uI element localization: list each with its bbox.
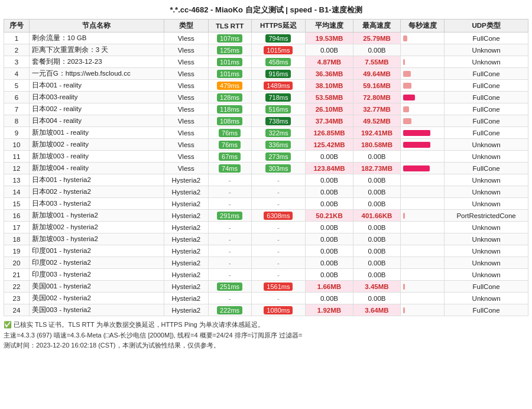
cell-udp-type: Unknown bbox=[445, 269, 528, 281]
cell-speed-bar bbox=[401, 103, 445, 115]
cell-tls-rtt: - bbox=[208, 257, 251, 269]
cell-speed-bar bbox=[401, 257, 445, 269]
cell-id: 2 bbox=[4, 44, 30, 56]
cell-max-speed: 0.00B bbox=[353, 269, 400, 281]
cell-tls-rtt: 222ms bbox=[208, 304, 251, 316]
cell-udp-type: Unknown bbox=[445, 139, 528, 151]
cell-name: 新加坡002 - reality bbox=[29, 139, 164, 151]
cell-avg-speed: 0.00B bbox=[306, 269, 353, 281]
col-max-speed: 最高速度 bbox=[353, 20, 400, 33]
cell-avg-speed: 0.00B bbox=[306, 151, 353, 163]
cell-type: Hysteria2 bbox=[164, 233, 208, 245]
cell-udp-type: FullCone bbox=[445, 163, 528, 174]
table-row: 18新加坡003 - hysteria2Hysteria2--0.00B0.00… bbox=[4, 233, 528, 245]
cell-name: 印度001 - hysteria2 bbox=[29, 245, 164, 257]
cell-speed-bar bbox=[401, 222, 445, 233]
cell-type: Hysteria2 bbox=[164, 198, 208, 210]
cell-speed-bar bbox=[401, 56, 445, 68]
cell-id: 9 bbox=[4, 127, 30, 139]
footer-line3: 测试时间：2023-12-20 16:02:18 (CST)，本测试为试验性结果… bbox=[4, 340, 528, 351]
cell-id: 1 bbox=[4, 33, 30, 44]
cell-avg-speed: 0.00B bbox=[306, 245, 353, 257]
cell-id: 13 bbox=[4, 174, 30, 186]
cell-udp-type: Unknown bbox=[445, 174, 528, 186]
table-row: 15日本003 - hysteria2Hysteria2--0.00B0.00B… bbox=[4, 198, 528, 210]
cell-avg-speed: 19.53MB bbox=[306, 33, 353, 44]
cell-type: Hysteria2 bbox=[164, 257, 208, 269]
cell-speed-bar bbox=[401, 80, 445, 92]
table-row: 21印度003 - hysteria2Hysteria2--0.00B0.00B… bbox=[4, 269, 528, 281]
cell-https-delay: - bbox=[251, 222, 306, 233]
cell-udp-type: FullCone bbox=[445, 33, 528, 44]
cell-tls-rtt: 74ms bbox=[208, 163, 251, 174]
table-row: 4一元百G：https://web.fscloud.ccVless101ms91… bbox=[4, 68, 528, 80]
cell-tls-rtt: - bbox=[208, 174, 251, 186]
cell-avg-speed: 26.10MB bbox=[306, 103, 353, 115]
cell-type: Hysteria2 bbox=[164, 222, 208, 233]
cell-id: 10 bbox=[4, 139, 30, 151]
cell-id: 5 bbox=[4, 80, 30, 92]
cell-https-delay: 1080ms bbox=[251, 304, 306, 316]
cell-id: 21 bbox=[4, 269, 30, 281]
cell-udp-type: FullCone bbox=[445, 127, 528, 139]
cell-name: 日本003-reality bbox=[29, 92, 164, 103]
cell-speed-bar bbox=[401, 198, 445, 210]
cell-name: 美国003 - hysteria2 bbox=[29, 304, 164, 316]
cell-name: 剩余流量：10 GB bbox=[29, 33, 164, 44]
cell-tls-rtt: 101ms bbox=[208, 56, 251, 68]
cell-id: 18 bbox=[4, 233, 30, 245]
cell-max-speed: 0.00B bbox=[353, 293, 400, 304]
cell-id: 3 bbox=[4, 56, 30, 68]
cell-speed-bar bbox=[401, 151, 445, 163]
cell-avg-speed: 37.34MB bbox=[306, 115, 353, 127]
cell-type: Vless bbox=[164, 163, 208, 174]
table-row: 12新加坡004 - realityVless74ms303ms123.84MB… bbox=[4, 163, 528, 174]
cell-avg-speed: 0.00B bbox=[306, 293, 353, 304]
cell-max-speed: 32.77MB bbox=[353, 103, 400, 115]
cell-speed-bar bbox=[401, 115, 445, 127]
cell-avg-speed: 50.21KB bbox=[306, 210, 353, 222]
cell-tls-rtt: - bbox=[208, 222, 251, 233]
cell-udp-type: Unknown bbox=[445, 257, 528, 269]
cell-type: Hysteria2 bbox=[164, 304, 208, 316]
table-row: 14日本002 - hysteria2Hysteria2--0.00B0.00B… bbox=[4, 186, 528, 198]
cell-tls-rtt: - bbox=[208, 245, 251, 257]
cell-id: 11 bbox=[4, 151, 30, 163]
cell-https-delay: - bbox=[251, 186, 306, 198]
cell-max-speed: 0.00B bbox=[353, 233, 400, 245]
cell-max-speed: 25.79MB bbox=[353, 33, 400, 44]
cell-id: 6 bbox=[4, 92, 30, 103]
cell-https-delay: 1015ms bbox=[251, 44, 306, 56]
cell-avg-speed: 53.58MB bbox=[306, 92, 353, 103]
col-type: 类型 bbox=[164, 20, 208, 33]
cell-type: Vless bbox=[164, 92, 208, 103]
cell-type: Vless bbox=[164, 56, 208, 68]
cell-tls-rtt: 76ms bbox=[208, 139, 251, 151]
cell-name: 新加坡001 - hysteria2 bbox=[29, 210, 164, 222]
cell-type: Vless bbox=[164, 127, 208, 139]
cell-udp-type: Unknown bbox=[445, 245, 528, 257]
results-table: 序号 节点名称 类型 TLS RTT HTTPS延迟 平均速度 最高速度 每秒速… bbox=[4, 19, 528, 316]
cell-name: 距离下次重置剩余：3 天 bbox=[29, 44, 164, 56]
cell-avg-speed: 0.00B bbox=[306, 233, 353, 245]
cell-name: 印度002 - hysteria2 bbox=[29, 257, 164, 269]
table-row: 6日本003-realityVless128ms718ms53.58MB72.8… bbox=[4, 92, 528, 103]
cell-max-speed: 59.16MB bbox=[353, 80, 400, 92]
cell-type: Vless bbox=[164, 68, 208, 80]
cell-https-delay: - bbox=[251, 174, 306, 186]
cell-max-speed: 72.80MB bbox=[353, 92, 400, 103]
cell-max-speed: 0.00B bbox=[353, 186, 400, 198]
cell-max-speed: 0.00B bbox=[353, 198, 400, 210]
table-row: 8日本004 - realityVless108ms738ms37.34MB49… bbox=[4, 115, 528, 127]
cell-name: 新加坡004 - reality bbox=[29, 163, 164, 174]
cell-udp-type: FullCone bbox=[445, 103, 528, 115]
cell-max-speed: 182.73MB bbox=[353, 163, 400, 174]
table-row: 9新加坡001 - realityVless76ms322ms126.85MB1… bbox=[4, 127, 528, 139]
cell-type: Vless bbox=[164, 44, 208, 56]
cell-https-delay: 516ms bbox=[251, 103, 306, 115]
cell-avg-speed: 0.00B bbox=[306, 174, 353, 186]
table-row: 22美国001 - hysteria2Hysteria2251ms1561ms1… bbox=[4, 281, 528, 293]
cell-speed-bar bbox=[401, 127, 445, 139]
cell-speed-bar bbox=[401, 163, 445, 174]
cell-https-delay: - bbox=[251, 257, 306, 269]
